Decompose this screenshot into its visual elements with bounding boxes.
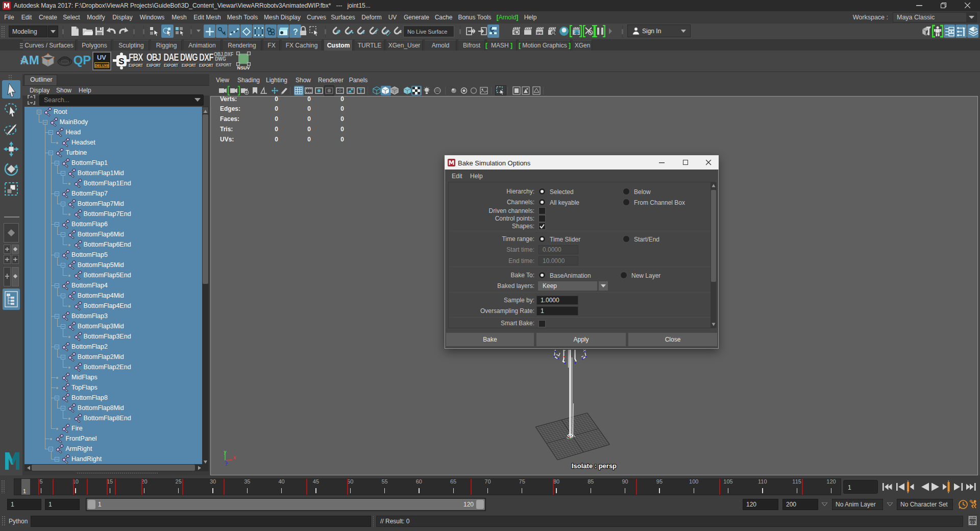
svg-text:T: T [359,88,362,94]
svg-text:Isolate : persp: Isolate : persp [572,462,617,470]
svg-text:y: y [224,449,226,454]
svg-text:z: z [225,462,228,467]
svg-text:{;}: {;} [969,520,976,524]
svg-text:x: x [233,455,236,460]
